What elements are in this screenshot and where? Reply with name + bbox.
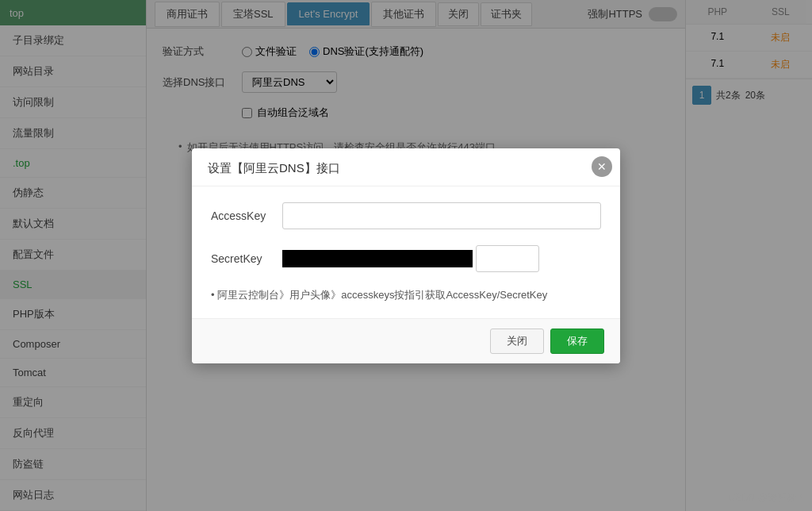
dialog-close-button[interactable]: ✕ xyxy=(592,156,612,177)
dialog-save-btn[interactable]: 保存 xyxy=(550,328,604,354)
watermark: CSDN @错开呀！ xyxy=(728,491,806,505)
bullet-icon: • xyxy=(211,289,215,301)
secret-key-masked xyxy=(282,250,473,267)
access-key-label: AccessKey xyxy=(211,209,282,222)
secret-key-field: SecretKey xyxy=(211,245,601,272)
hint-text: 阿里云控制台》用户头像》accesskeys按指引获取AccessKey/Sec… xyxy=(217,289,547,301)
access-key-input[interactable] xyxy=(282,202,601,229)
dialog: 设置【阿里云DNS】接口 ✕ AccessKey SecretKey • 阿里云… xyxy=(192,148,620,363)
secret-key-input[interactable] xyxy=(476,245,539,272)
dialog-close-btn[interactable]: 关闭 xyxy=(490,328,544,354)
secret-key-label: SecretKey xyxy=(211,252,282,265)
dialog-footer: 关闭 保存 xyxy=(192,318,620,363)
dialog-header: 设置【阿里云DNS】接口 xyxy=(192,148,620,186)
dialog-body: AccessKey SecretKey • 阿里云控制台》用户头像》access… xyxy=(192,186,620,318)
modal-overlay: 设置【阿里云DNS】接口 ✕ AccessKey SecretKey • 阿里云… xyxy=(0,0,812,511)
dialog-title: 设置【阿里云DNS】接口 xyxy=(208,161,340,175)
access-key-field: AccessKey xyxy=(211,202,601,229)
dialog-hint: • 阿里云控制台》用户头像》accesskeys按指引获取AccessKey/S… xyxy=(211,288,601,302)
